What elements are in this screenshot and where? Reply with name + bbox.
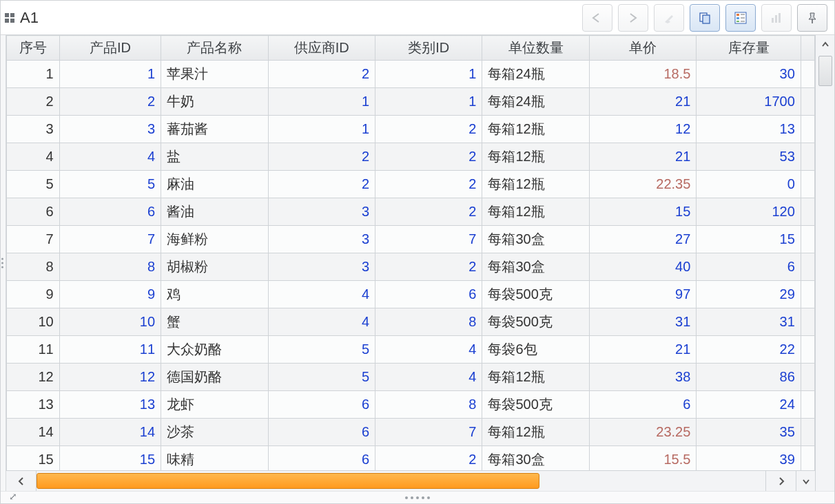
cell-seq[interactable]: 8 bbox=[7, 253, 60, 281]
horizontal-scrollbar[interactable] bbox=[6, 470, 815, 491]
table-row[interactable]: 1212德国奶酪54每箱12瓶3886 bbox=[7, 364, 815, 391]
table-row[interactable]: 99鸡46每袋500克9729 bbox=[7, 281, 815, 308]
cell-sup[interactable]: 5 bbox=[268, 336, 375, 364]
table-row[interactable]: 1515味精62每箱30盒15.539 bbox=[7, 446, 815, 471]
cell-seq[interactable]: 4 bbox=[7, 143, 60, 171]
cell-price[interactable]: 12 bbox=[589, 116, 696, 143]
data-grid[interactable]: 序号 产品ID 产品名称 供应商ID 类别ID 单位数量 单价 库存量 11苹果… bbox=[6, 35, 815, 470]
cell-pid[interactable]: 12 bbox=[59, 364, 161, 391]
scroll-up-button[interactable] bbox=[816, 35, 834, 54]
cell-seq[interactable]: 11 bbox=[7, 336, 60, 364]
cell-seq[interactable]: 3 bbox=[7, 116, 60, 143]
cell-seq[interactable]: 2 bbox=[7, 88, 60, 116]
nav-forward-button[interactable] bbox=[618, 4, 648, 32]
chart-button[interactable] bbox=[761, 4, 792, 32]
cell-name[interactable]: 大众奶酪 bbox=[161, 336, 268, 364]
cell-unit[interactable]: 每袋500克 bbox=[482, 281, 589, 308]
cell-stock[interactable]: 39 bbox=[697, 446, 801, 471]
table-row[interactable]: 33蕃茄酱12每箱12瓶1213 bbox=[7, 116, 815, 143]
cell-sup[interactable]: 2 bbox=[268, 171, 375, 198]
cell-cat[interactable]: 2 bbox=[375, 446, 482, 471]
cell-seq[interactable]: 6 bbox=[7, 198, 60, 226]
cell-stock[interactable]: 6 bbox=[697, 253, 801, 281]
cell-seq[interactable]: 5 bbox=[7, 171, 60, 198]
cell-pid[interactable]: 7 bbox=[59, 226, 161, 253]
cell-pid[interactable]: 9 bbox=[59, 281, 161, 308]
cell-price[interactable]: 40 bbox=[589, 253, 696, 281]
cell-cat[interactable]: 4 bbox=[375, 364, 482, 391]
table-row[interactable]: 66酱油32每箱12瓶15120 bbox=[7, 198, 815, 226]
cell-unit[interactable]: 每箱12瓶 bbox=[482, 419, 589, 446]
cell-price[interactable]: 21 bbox=[589, 88, 696, 116]
cell-sup[interactable]: 6 bbox=[268, 391, 375, 419]
cell-sup[interactable]: 3 bbox=[268, 226, 375, 253]
cell-cat[interactable]: 2 bbox=[375, 171, 482, 198]
table-row[interactable]: 1010蟹48每袋500克3131 bbox=[7, 308, 815, 336]
cell-unit[interactable]: 每箱12瓶 bbox=[482, 143, 589, 171]
cell-price[interactable]: 18.5 bbox=[589, 61, 696, 88]
cell-name[interactable]: 龙虾 bbox=[161, 391, 268, 419]
table-row[interactable]: 55麻油22每箱12瓶22.350 bbox=[7, 171, 815, 198]
cell-unit[interactable]: 每箱30盒 bbox=[482, 253, 589, 281]
cell-cat[interactable]: 2 bbox=[375, 143, 482, 171]
cell-seq[interactable]: 15 bbox=[7, 446, 60, 471]
cell-seq[interactable]: 13 bbox=[7, 391, 60, 419]
cell-name[interactable]: 麻油 bbox=[161, 171, 268, 198]
nav-back-button[interactable] bbox=[582, 4, 612, 32]
header-stock[interactable]: 库存量 bbox=[697, 36, 801, 61]
header-sup[interactable]: 供应商ID bbox=[268, 36, 375, 61]
cell-price[interactable]: 15 bbox=[589, 198, 696, 226]
table-row[interactable]: 1313龙虾68每袋500克624 bbox=[7, 391, 815, 419]
cell-cat[interactable]: 4 bbox=[375, 336, 482, 364]
cell-cat[interactable]: 7 bbox=[375, 419, 482, 446]
table-row[interactable]: 11苹果汁21每箱24瓶18.530 bbox=[7, 61, 815, 88]
cell-seq[interactable]: 7 bbox=[7, 226, 60, 253]
cell-reference[interactable]: A1 bbox=[5, 9, 39, 27]
cell-cat[interactable]: 8 bbox=[375, 308, 482, 336]
cell-sup[interactable]: 3 bbox=[268, 198, 375, 226]
cell-stock[interactable]: 29 bbox=[697, 281, 801, 308]
cell-stock[interactable]: 31 bbox=[697, 308, 801, 336]
cell-cat[interactable]: 2 bbox=[375, 116, 482, 143]
table-row[interactable]: 77海鲜粉37每箱30盒2715 bbox=[7, 226, 815, 253]
copy-button[interactable] bbox=[690, 4, 720, 32]
cell-pid[interactable]: 4 bbox=[59, 143, 161, 171]
cell-stock[interactable]: 86 bbox=[697, 364, 801, 391]
cell-stock[interactable]: 35 bbox=[697, 419, 801, 446]
table-row[interactable]: 22牛奶11每箱24瓶211700 bbox=[7, 88, 815, 116]
cell-stock[interactable]: 0 bbox=[697, 171, 801, 198]
cell-unit[interactable]: 每箱12瓶 bbox=[482, 198, 589, 226]
cell-price[interactable]: 22.35 bbox=[589, 171, 696, 198]
cell-price[interactable]: 27 bbox=[589, 226, 696, 253]
cell-stock[interactable]: 120 bbox=[697, 198, 801, 226]
cell-sup[interactable]: 4 bbox=[268, 308, 375, 336]
cell-name[interactable]: 苹果汁 bbox=[161, 61, 268, 88]
cell-seq[interactable]: 12 bbox=[7, 364, 60, 391]
cell-unit[interactable]: 每袋6包 bbox=[482, 336, 589, 364]
cell-sup[interactable]: 4 bbox=[268, 281, 375, 308]
cell-cat[interactable]: 1 bbox=[375, 88, 482, 116]
cell-stock[interactable]: 1700 bbox=[697, 88, 801, 116]
cell-stock[interactable]: 53 bbox=[697, 143, 801, 171]
cell-pid[interactable]: 11 bbox=[59, 336, 161, 364]
cell-seq[interactable]: 9 bbox=[7, 281, 60, 308]
cell-cat[interactable]: 6 bbox=[375, 281, 482, 308]
header-cat[interactable]: 类别ID bbox=[375, 36, 482, 61]
cell-price[interactable]: 15.5 bbox=[589, 446, 696, 471]
cell-name[interactable]: 蟹 bbox=[161, 308, 268, 336]
hscroll-track[interactable] bbox=[37, 471, 765, 491]
table-row[interactable]: 44盐22每箱12瓶2153 bbox=[7, 143, 815, 171]
cell-stock[interactable]: 15 bbox=[697, 226, 801, 253]
table-row[interactable]: 1414沙茶67每箱12瓶23.2535 bbox=[7, 419, 815, 446]
cell-price[interactable]: 23.25 bbox=[589, 419, 696, 446]
cell-name[interactable]: 盐 bbox=[161, 143, 268, 171]
cell-price[interactable]: 97 bbox=[589, 281, 696, 308]
cell-price[interactable]: 21 bbox=[589, 336, 696, 364]
cell-unit[interactable]: 每箱12瓶 bbox=[482, 116, 589, 143]
cell-seq[interactable]: 14 bbox=[7, 419, 60, 446]
cell-sup[interactable]: 2 bbox=[268, 61, 375, 88]
cell-sup[interactable]: 3 bbox=[268, 253, 375, 281]
cell-pid[interactable]: 14 bbox=[59, 419, 161, 446]
header-pid[interactable]: 产品ID bbox=[59, 36, 161, 61]
scroll-right-button[interactable] bbox=[765, 471, 796, 491]
